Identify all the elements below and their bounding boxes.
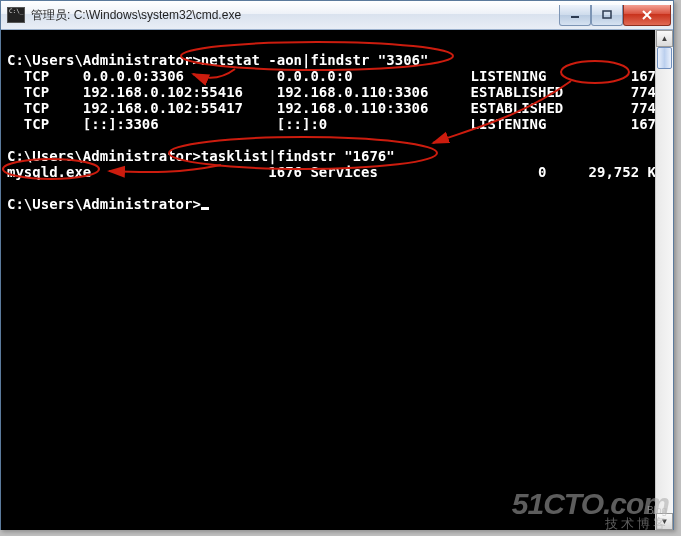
window-buttons [559,5,671,25]
maximize-button[interactable] [591,5,623,26]
scroll-down-button[interactable]: ▼ [656,513,673,530]
scroll-up-button[interactable]: ▲ [656,30,673,47]
scroll-thumb[interactable] [657,47,672,69]
window-title: 管理员: C:\Windows\system32\cmd.exe [31,7,559,24]
cmd-window: 管理员: C:\Windows\system32\cmd.exe C:\User… [0,0,674,530]
close-button[interactable] [623,5,671,26]
titlebar[interactable]: 管理员: C:\Windows\system32\cmd.exe [1,1,673,30]
client-area: C:\Users\Administrator>netstat -aon|find… [1,30,673,530]
scrollbar-track[interactable]: ▲ ▼ [655,30,673,530]
cmd-icon [7,7,25,23]
cursor [201,207,209,210]
svg-rect-1 [603,11,611,18]
minimize-button[interactable] [559,5,591,26]
terminal-output[interactable]: C:\Users\Administrator>netstat -aon|find… [1,30,656,530]
